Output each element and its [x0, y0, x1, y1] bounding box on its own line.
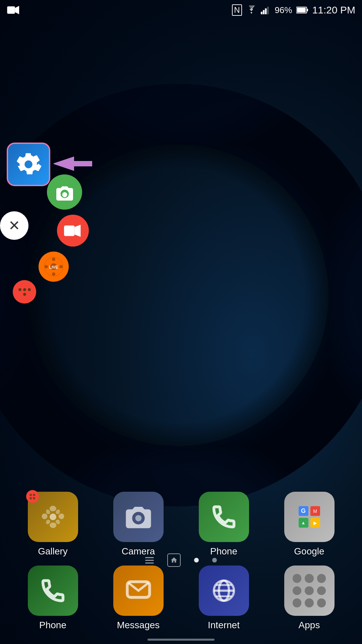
close-button[interactable]: ✕	[0, 211, 28, 240]
nav-home-button[interactable]	[167, 553, 181, 567]
live-icon: LIVE	[44, 257, 64, 277]
svg-rect-3	[263, 10, 264, 14]
svg-marker-1	[15, 6, 19, 14]
camera-icon	[55, 184, 75, 201]
dock-phone-icon	[28, 566, 78, 616]
apps-grid: Gallery Camera Phone G	[0, 492, 362, 557]
phone-app-svg	[210, 503, 237, 530]
nav-menu-line3	[145, 562, 154, 564]
svg-point-17	[52, 272, 55, 276]
gallery-svg-icon	[40, 503, 66, 530]
status-time: 11:20 PM	[312, 4, 355, 16]
dock-apps-label: Apps	[299, 620, 320, 631]
svg-point-21	[50, 514, 56, 520]
youtube-icon: ▶	[310, 518, 320, 528]
dock-apps[interactable]: Apps	[270, 566, 349, 631]
battery-percent: 96%	[275, 5, 292, 15]
dock-phone-svg	[40, 577, 66, 604]
apps-dot6	[317, 586, 326, 595]
google-g: G	[299, 506, 308, 516]
svg-marker-9	[54, 157, 74, 170]
dock: Phone Messages Internet	[0, 566, 362, 631]
svg-point-16	[52, 258, 55, 261]
svg-rect-0	[7, 6, 15, 14]
svg-rect-10	[74, 161, 92, 166]
dock-messages-icon	[113, 566, 164, 616]
gallery-badge	[26, 490, 39, 503]
dot3	[28, 288, 31, 291]
nav-menu-line1	[145, 557, 154, 558]
app-google[interactable]: G M ▲ ▶ Google	[270, 492, 349, 557]
nav-dot-2[interactable]	[212, 558, 217, 562]
dock-internet-icon	[199, 566, 249, 616]
svg-text:LIVE: LIVE	[49, 265, 58, 270]
apps-dot4	[293, 586, 302, 595]
svg-point-18	[45, 265, 48, 268]
nav-dot-1[interactable]	[194, 558, 199, 562]
gmail-icon: M	[310, 506, 320, 516]
status-right: N 96% 11:20 PM	[232, 4, 355, 16]
dock-messages-label: Messages	[117, 620, 160, 631]
svg-rect-4	[265, 8, 266, 14]
apps-dot9	[317, 598, 326, 607]
status-bar: N 96% 11:20 PM	[0, 0, 362, 20]
nav-menu-line2	[145, 560, 154, 561]
svg-rect-5	[267, 7, 268, 14]
svg-point-22	[135, 515, 141, 521]
dock-phone[interactable]: Phone	[13, 566, 92, 631]
phone-app-icon	[199, 492, 249, 542]
nav-menu-button[interactable]	[145, 557, 154, 564]
dock-phone-label: Phone	[39, 620, 66, 631]
svg-marker-13	[74, 225, 80, 237]
signal-icon	[261, 5, 271, 15]
svg-rect-12	[64, 225, 75, 236]
google-app-icon: G M ▲ ▶	[284, 492, 335, 542]
svg-point-11	[62, 192, 67, 197]
messages-svg	[125, 577, 152, 604]
app-camera[interactable]: Camera	[99, 492, 178, 557]
nfc-icon: N	[232, 4, 242, 16]
home-indicator	[147, 639, 215, 641]
apps-dot5	[305, 586, 314, 595]
svg-rect-2	[261, 12, 262, 14]
video-icon	[64, 223, 82, 238]
apps-dot7	[293, 598, 302, 607]
home-icon	[170, 556, 178, 564]
app-phone[interactable]: Phone	[184, 492, 263, 557]
status-left	[7, 5, 20, 15]
notification-dot	[13, 280, 36, 304]
arrow-left-icon	[54, 154, 94, 174]
wifi-icon	[246, 5, 257, 15]
dock-apps-icon	[284, 566, 335, 616]
svg-point-19	[59, 265, 63, 268]
dot2	[23, 288, 26, 291]
apps-dot8	[305, 598, 314, 607]
gallery-icon	[28, 492, 78, 542]
floating-live-button[interactable]: LIVE	[39, 252, 69, 282]
dock-messages[interactable]: Messages	[99, 566, 178, 631]
dock-internet-label: Internet	[208, 620, 240, 631]
settings-icon-container[interactable]	[7, 143, 50, 186]
svg-rect-8	[307, 9, 308, 11]
battery-icon	[296, 6, 308, 14]
dot1	[18, 288, 21, 291]
settings-gear-icon	[15, 151, 42, 178]
camera-app-svg	[123, 503, 154, 530]
camera-app-icon	[113, 492, 164, 542]
apps-dot2	[305, 574, 314, 583]
floating-video-button[interactable]	[57, 215, 89, 247]
dot4	[23, 293, 26, 296]
internet-svg	[210, 577, 237, 604]
svg-rect-7	[297, 8, 306, 12]
dock-internet[interactable]: Internet	[184, 566, 263, 631]
apps-dot3	[317, 574, 326, 583]
maps-icon: ▲	[299, 518, 308, 528]
floating-camera-button[interactable]	[47, 174, 82, 210]
app-gallery[interactable]: Gallery	[13, 492, 92, 557]
apps-dot1	[293, 574, 302, 583]
video-cam-icon	[7, 5, 20, 15]
